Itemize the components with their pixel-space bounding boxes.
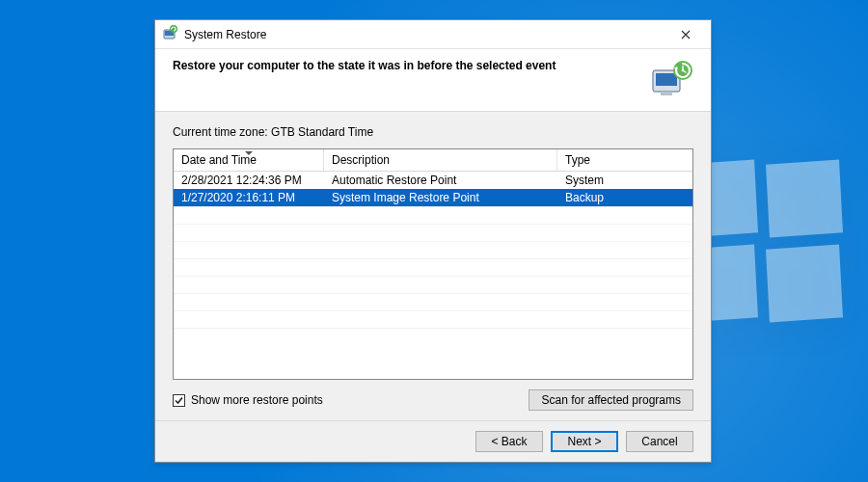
empty-row [174, 328, 692, 345]
empty-row [174, 224, 692, 241]
empty-row [174, 276, 692, 293]
svg-rect-4 [656, 73, 677, 86]
cell-type: Backup [557, 191, 692, 204]
column-header-date[interactable]: Date and Time [174, 149, 324, 171]
empty-row [174, 293, 692, 310]
window-title: System Restore [184, 28, 266, 41]
table-row[interactable]: 2/28/2021 12:24:36 PM Automatic Restore … [174, 172, 692, 189]
titlebar: System Restore [155, 20, 711, 49]
timezone-label: Current time zone: GTB Standard Time [173, 125, 693, 139]
empty-row [174, 258, 692, 276]
back-button[interactable]: < Back [475, 431, 543, 452]
grid-body: 2/28/2021 12:24:36 PM Automatic Restore … [174, 172, 692, 379]
empty-row [174, 310, 692, 328]
page-title: Restore your computer to the state it wa… [173, 59, 651, 72]
show-more-label: Show more restore points [191, 393, 323, 407]
column-header-description[interactable]: Description [324, 149, 557, 171]
wizard-header: Restore your computer to the state it wa… [155, 49, 711, 112]
next-button[interactable]: Next > [551, 431, 618, 452]
column-header-type[interactable]: Type [557, 149, 692, 171]
cell-description: Automatic Restore Point [324, 174, 557, 187]
system-restore-dialog: System Restore Restore your computer to … [154, 19, 712, 463]
close-icon [681, 30, 691, 40]
cell-date: 2/28/2021 12:24:36 PM [174, 174, 324, 187]
checkmark-icon [174, 395, 184, 406]
show-more-checkbox[interactable]: Show more restore points [173, 393, 323, 407]
grid-header-row: Date and Time Description Type [174, 149, 692, 172]
wizard-footer: < Back Next > Cancel [155, 420, 711, 462]
cell-description: System Image Restore Point [324, 191, 557, 204]
app-icon [163, 25, 178, 43]
restore-points-grid: Date and Time Description Type 2/28/2021… [173, 148, 693, 380]
empty-row [174, 241, 692, 258]
checkbox-box [173, 394, 185, 407]
cancel-button[interactable]: Cancel [626, 431, 693, 452]
cell-type: System [557, 174, 692, 187]
empty-row [174, 206, 692, 224]
close-button[interactable] [665, 21, 707, 48]
scan-affected-programs-button[interactable]: Scan for affected programs [529, 389, 693, 411]
cell-date: 1/27/2020 2:16:11 PM [174, 191, 324, 204]
restore-hero-icon [651, 59, 693, 97]
svg-rect-5 [661, 92, 672, 95]
table-row[interactable]: 1/27/2020 2:16:11 PM System Image Restor… [174, 189, 692, 206]
